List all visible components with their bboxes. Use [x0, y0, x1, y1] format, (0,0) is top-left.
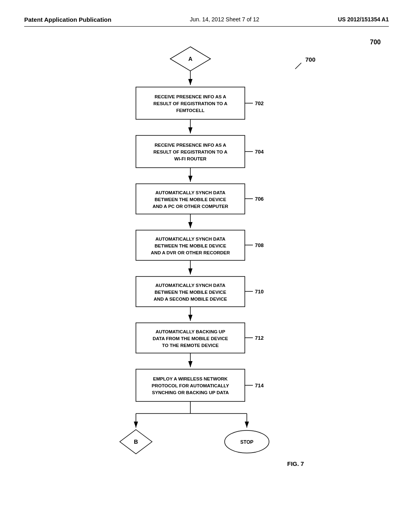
box-706-text-1: AUTOMATICALLY SYNCH DATA	[155, 190, 225, 195]
box-706-text-3: AND A PC OR OTHER COMPUTER	[152, 204, 228, 209]
box-714-text-2: PROTOCOL FOR AUTOMATICALLY	[152, 383, 229, 388]
box-704-text-2: RESULT OF REGISTRATION TO A	[153, 150, 227, 154]
box-710-text-3: AND A SECOND MOBILE DEVICE	[154, 297, 227, 301]
step-label-708: 708	[255, 242, 264, 248]
box-702-text-1: RECEIVE PRESENCE INFO AS A	[154, 94, 226, 99]
box-712-text-1: AUTOMATICALLY BACKING UP	[156, 329, 225, 334]
box-708-text-3: AND A DVR OR OTHER RECORDER	[151, 250, 230, 255]
box-706-text-2: BETWEEN THE MOBILE DEVICE	[154, 197, 226, 202]
step-label-702: 702	[255, 100, 264, 106]
flowchart-svg: A RECEIVE PRESENCE INFO AS A RESULT OF R…	[65, 39, 348, 494]
header-left: Patent Application Publication	[24, 16, 111, 23]
box-702-text-3: FEMTOCELL	[176, 108, 204, 113]
box-714-text-3: SYNCHING OR BACKING UP DATA	[152, 390, 229, 395]
box-704-text-1: RECEIVE PRESENCE INFO AS A	[154, 143, 226, 148]
box-712-text-3: TO THE REMOTE DEVICE	[162, 343, 219, 348]
start-node-label: A	[188, 56, 192, 62]
header-center: Jun. 14, 2012 Sheet 7 of 12	[190, 16, 259, 23]
box-710-text-2: BETWEEN THE MOBILE DEVICE	[154, 290, 226, 295]
box-710-text-1: AUTOMATICALLY SYNCH DATA	[155, 283, 225, 288]
box-714-text-1: EMPLOY A WIRELESS NETWORK	[153, 376, 228, 381]
box-708-text-1: AUTOMATICALLY SYNCH DATA	[155, 237, 225, 241]
page: Patent Application Publication Jun. 14, …	[0, 0, 413, 532]
step-label-712: 712	[255, 335, 264, 341]
step-label-706: 706	[255, 196, 264, 202]
step-label-710: 710	[255, 289, 264, 295]
box-708-text-2: BETWEEN THE MOBILE DEVICE	[154, 243, 226, 248]
box-704-text-3: WI-FI ROUTER	[174, 156, 207, 161]
header-right: US 2012/151354 A1	[338, 16, 389, 23]
end-node-b-label: B	[134, 438, 138, 445]
page-header: Patent Application Publication Jun. 14, …	[24, 16, 389, 27]
diagram-number: 700	[305, 56, 315, 63]
fig-label: FIG. 7	[287, 460, 304, 467]
box-702-text-2: RESULT OF REGISTRATION TO A	[153, 101, 227, 106]
end-node-stop-label: STOP	[240, 439, 253, 445]
box-712-text-2: DATA FROM THE MOBILE DEVICE	[153, 336, 228, 341]
diagram-arrow	[295, 63, 301, 69]
flowchart-container: A RECEIVE PRESENCE INFO AS A RESULT OF R…	[24, 39, 389, 494]
step-label-714: 714	[255, 382, 264, 389]
step-label-704: 704	[255, 149, 264, 155]
